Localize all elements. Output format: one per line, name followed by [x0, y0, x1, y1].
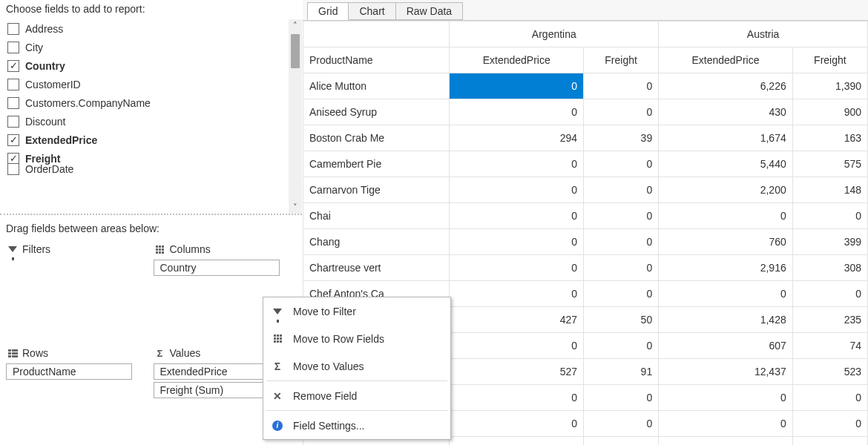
- data-cell[interactable]: 760: [659, 229, 793, 255]
- field-row[interactable]: Country: [7, 56, 302, 75]
- data-cell[interactable]: 0: [583, 203, 658, 229]
- data-cell[interactable]: 0: [583, 281, 658, 307]
- field-checkbox[interactable]: [7, 134, 19, 146]
- product-cell[interactable]: Chartreuse vert: [303, 255, 450, 281]
- data-cell[interactable]: 12,437: [659, 359, 793, 385]
- data-cell[interactable]: 0: [583, 385, 658, 411]
- field-row[interactable]: Address: [7, 19, 302, 38]
- value-header[interactable]: ExtendedPrice: [659, 47, 793, 73]
- data-cell[interactable]: 235: [792, 307, 867, 333]
- data-cell[interactable]: 607: [659, 333, 793, 359]
- data-cell[interactable]: 308: [792, 255, 867, 281]
- product-cell[interactable]: Chang: [303, 229, 450, 255]
- field-checkbox[interactable]: [7, 60, 19, 72]
- data-cell[interactable]: 0: [450, 255, 584, 281]
- data-cell[interactable]: 0: [450, 333, 584, 359]
- scroll-up-icon[interactable]: ˄: [293, 21, 297, 30]
- data-cell[interactable]: 1,390: [792, 73, 867, 99]
- context-menu-item[interactable]: Move to Filter: [263, 297, 450, 325]
- data-cell[interactable]: 430: [659, 99, 793, 125]
- field-checkbox[interactable]: [7, 163, 19, 175]
- data-cell[interactable]: 1,036: [659, 437, 793, 446]
- data-cell[interactable]: 163: [792, 125, 867, 151]
- context-menu-item[interactable]: Remove Field: [263, 382, 450, 409]
- data-cell[interactable]: 6,226: [659, 73, 793, 99]
- data-cell[interactable]: 0: [583, 99, 658, 125]
- data-cell[interactable]: 0: [450, 99, 584, 125]
- data-cell[interactable]: 0: [583, 177, 658, 203]
- data-cell[interactable]: 0: [450, 229, 584, 255]
- data-cell[interactable]: 0: [450, 73, 584, 99]
- product-cell[interactable]: Chai: [303, 203, 450, 229]
- data-cell[interactable]: 0: [450, 437, 584, 446]
- data-cell[interactable]: 1,674: [659, 125, 793, 151]
- field-row[interactable]: OrderDate: [7, 159, 302, 178]
- data-cell[interactable]: 148: [792, 177, 867, 203]
- tab-chart[interactable]: Chart: [348, 2, 395, 20]
- data-cell[interactable]: 0: [659, 385, 793, 411]
- data-cell[interactable]: 399: [792, 229, 867, 255]
- data-cell[interactable]: 0: [450, 151, 584, 177]
- data-cell[interactable]: 0: [659, 281, 793, 307]
- data-cell[interactable]: 0: [792, 385, 867, 411]
- data-cell[interactable]: 2,916: [659, 255, 793, 281]
- field-checkbox[interactable]: [7, 79, 19, 90]
- field-row[interactable]: Customers.CompanyName: [7, 93, 302, 112]
- context-menu-item[interactable]: Move to Values: [263, 352, 450, 380]
- data-cell[interactable]: 294: [450, 125, 584, 151]
- field-checkbox[interactable]: [7, 116, 19, 128]
- scroll-down-icon[interactable]: ˅: [293, 202, 297, 212]
- product-cell[interactable]: Boston Crab Me: [303, 125, 450, 151]
- data-cell[interactable]: 91: [583, 359, 658, 385]
- country-header[interactable]: Austria: [659, 22, 868, 47]
- product-cell[interactable]: Camembert Pie: [303, 151, 450, 177]
- data-cell[interactable]: 74: [792, 333, 867, 359]
- filters-area[interactable]: Filters: [4, 240, 152, 344]
- field-row[interactable]: City: [7, 38, 302, 56]
- field-row[interactable]: CustomerID: [7, 75, 302, 93]
- rows-area[interactable]: Rows ProductName: [4, 344, 152, 412]
- field-row[interactable]: ExtendedPrice: [7, 131, 302, 149]
- data-cell[interactable]: 900: [792, 99, 867, 125]
- data-cell[interactable]: 0: [659, 203, 793, 229]
- data-cell[interactable]: 50: [583, 307, 658, 333]
- row-header[interactable]: ProductName: [303, 47, 450, 73]
- data-cell[interactable]: 39: [583, 125, 658, 151]
- field-row[interactable]: Discount: [7, 112, 302, 131]
- tab-raw-data[interactable]: Raw Data: [395, 2, 463, 20]
- value-header[interactable]: Freight: [583, 47, 658, 73]
- field-list-scrollbar[interactable]: ˄ ˅: [289, 19, 302, 214]
- data-cell[interactable]: 0: [450, 411, 584, 437]
- data-cell[interactable]: 0: [583, 437, 658, 446]
- data-cell[interactable]: 5,440: [659, 151, 793, 177]
- data-cell[interactable]: 0: [450, 177, 584, 203]
- data-cell[interactable]: 527: [450, 359, 584, 385]
- data-cell[interactable]: 0: [659, 411, 793, 437]
- data-cell[interactable]: 0: [792, 411, 867, 437]
- data-cell[interactable]: 575: [792, 151, 867, 177]
- country-header[interactable]: Argentina: [450, 22, 659, 47]
- product-cell[interactable]: Alice Mutton: [303, 73, 450, 99]
- data-cell[interactable]: 0: [792, 281, 867, 307]
- context-menu-item[interactable]: Field Settings...: [263, 412, 450, 439]
- data-cell[interactable]: 427: [450, 307, 584, 333]
- data-cell[interactable]: 0: [583, 73, 658, 99]
- value-field-chip[interactable]: Freight (Sum): [154, 382, 280, 398]
- data-cell[interactable]: 0: [450, 385, 584, 411]
- row-field-chip[interactable]: ProductName: [6, 363, 132, 380]
- column-field-chip[interactable]: Country: [154, 260, 280, 276]
- data-cell[interactable]: 0: [583, 333, 658, 359]
- value-header[interactable]: ExtendedPrice: [450, 47, 584, 73]
- data-cell[interactable]: 0: [583, 411, 658, 437]
- value-field-chip[interactable]: ExtendedPrice: [154, 363, 280, 380]
- data-cell[interactable]: 0: [450, 281, 584, 307]
- field-checkbox[interactable]: [7, 97, 19, 109]
- context-menu-item[interactable]: Move to Row Fields: [263, 325, 450, 352]
- data-cell[interactable]: 0: [450, 203, 584, 229]
- product-cell[interactable]: Carnarvon Tige: [303, 177, 450, 203]
- product-cell[interactable]: Aniseed Syrup: [303, 99, 450, 125]
- tab-grid[interactable]: Grid: [307, 2, 349, 20]
- value-header[interactable]: Freight: [792, 47, 867, 73]
- data-cell[interactable]: 2,200: [659, 177, 793, 203]
- data-cell[interactable]: 0: [583, 229, 658, 255]
